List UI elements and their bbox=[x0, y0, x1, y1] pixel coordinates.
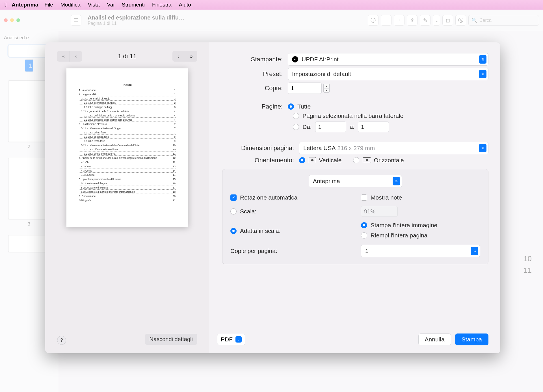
pages-range-radio[interactable] bbox=[293, 124, 299, 130]
copies-label: Copie: bbox=[217, 85, 288, 92]
landscape-label: Orizzontale bbox=[374, 157, 404, 164]
toc-line: 2.1 La generalità di Jingju2 bbox=[79, 97, 176, 101]
toc-line: 2. La generalità2 bbox=[79, 93, 176, 96]
pdf-label: PDF bbox=[221, 336, 233, 343]
toc-line: 3. La diffusione all'estero7 bbox=[79, 123, 176, 126]
copies-per-page-select[interactable]: 1 ⇅ bbox=[361, 245, 480, 257]
toc-line: 3.2.1 La diffusione in Medioevo10 bbox=[79, 148, 176, 151]
copies-per-page-value: 1 bbox=[365, 248, 369, 254]
menu-window[interactable]: Finestra bbox=[152, 2, 172, 8]
toc-line: 5.2 L'ostacolo di cultura17 bbox=[79, 186, 176, 190]
toc-line: 1. Introduzione1 bbox=[79, 89, 176, 92]
help-button[interactable]: ? bbox=[57, 336, 66, 345]
menu-view[interactable]: Vista bbox=[88, 2, 100, 8]
toc-line: 2.1.2 Lo sviluppo di Jingju3 bbox=[79, 106, 176, 109]
auto-rotate-label: Rotazione automatica bbox=[240, 194, 297, 201]
apple-menu-icon[interactable]:  bbox=[5, 2, 7, 8]
paper-size-select[interactable]: Lettera USA 216 x 279 mm ⇅ bbox=[299, 142, 488, 154]
menu-edit[interactable]: Modifica bbox=[60, 2, 81, 8]
pages-selected-label: Pagina selezionata nella barra laterale bbox=[302, 112, 403, 119]
portrait-radio[interactable] bbox=[299, 157, 305, 163]
toc-line: 4.1 Chi12 bbox=[79, 161, 176, 164]
toc-line: 4.3 Come14 bbox=[79, 169, 176, 173]
scale-label: Scala: bbox=[240, 208, 256, 215]
toc-line: 5.1 L'ostacolo di lingua16 bbox=[79, 182, 176, 185]
chevron-updown-icon: ⇅ bbox=[479, 144, 486, 152]
from-input[interactable] bbox=[315, 122, 346, 132]
paper-size-dims: 216 x 279 mm bbox=[337, 145, 375, 151]
to-label: a: bbox=[350, 124, 355, 130]
copies-stepper[interactable]: ▲ ▼ bbox=[323, 84, 330, 93]
toc-line: 3.2 La diffusione all'estero della Comme… bbox=[79, 144, 176, 147]
menubar[interactable]:  Anteprima File Modifica Vista Vai Stru… bbox=[0, 0, 543, 10]
print-options-pane: Stampante: ~ UPDF AirPrint ⇅ Preset: Imp… bbox=[209, 42, 500, 353]
pdf-menu-button[interactable]: PDF ⌄ bbox=[217, 334, 245, 345]
preset-select[interactable]: Impostazioni di default ⇅ bbox=[288, 68, 488, 80]
toc-line: 2.2.1 La definizione della Commedia dell… bbox=[79, 114, 176, 118]
next-page-icon[interactable]: › bbox=[172, 51, 185, 62]
fill-paper-radio[interactable] bbox=[361, 232, 367, 239]
auto-rotate-checkbox[interactable]: ✓ bbox=[230, 194, 237, 201]
pages-all-radio[interactable] bbox=[288, 103, 294, 110]
show-notes-label: Mostra note bbox=[371, 194, 402, 201]
toc-line: 5. I problemi principali nella diffusion… bbox=[79, 178, 176, 181]
scale-radio[interactable] bbox=[230, 208, 237, 215]
app-options-panel: Anteprima ⇅ ✓ Rotazione automatica Mostr… bbox=[222, 169, 488, 264]
copies-per-page-label: Copie per pagina: bbox=[230, 248, 277, 254]
paper-size-name: Lettera USA bbox=[303, 145, 336, 151]
toc-title: Indice bbox=[79, 83, 176, 86]
printer-value: UPDF AirPrint bbox=[302, 56, 339, 63]
toc-line: 6. Conclusione20 bbox=[79, 195, 176, 198]
chevron-down-icon: ⌄ bbox=[235, 336, 242, 343]
hide-details-button[interactable]: Nascondi dettagli bbox=[145, 334, 197, 345]
printer-label: Stampante: bbox=[217, 56, 288, 63]
prev-page-icon[interactable]: ‹ bbox=[70, 51, 82, 62]
stepper-up-icon[interactable]: ▲ bbox=[323, 84, 330, 88]
pages-selected-radio[interactable] bbox=[293, 113, 299, 119]
toc-line: 3.1.1 La prima fase7 bbox=[79, 131, 176, 135]
portrait-label: Verticale bbox=[319, 157, 342, 164]
toc-line: 2.2 La generalità della Commedia dell'Ar… bbox=[79, 110, 176, 113]
toc-line: Bibliografia22 bbox=[79, 199, 176, 202]
app-options-select[interactable]: Anteprima ⇅ bbox=[309, 175, 402, 187]
orientation-label: Orientamento: bbox=[217, 157, 299, 164]
preset-label: Preset: bbox=[217, 70, 288, 78]
printer-select[interactable]: ~ UPDF AirPrint ⇅ bbox=[288, 53, 488, 66]
scale-to-fit-radio[interactable] bbox=[230, 228, 237, 234]
chevron-updown-icon: ⇅ bbox=[471, 247, 478, 255]
pages-all-label: Tutte bbox=[297, 103, 311, 110]
print-preview-pane: « ‹ 1 di 11 › » Indice 1. Introduzione12… bbox=[45, 42, 209, 353]
toc-line: 5.3 L'ostacolo di aprire il mercato inte… bbox=[79, 190, 176, 194]
menu-file[interactable]: File bbox=[44, 2, 53, 8]
menu-go[interactable]: Vai bbox=[107, 2, 114, 8]
show-notes-checkbox[interactable] bbox=[361, 194, 367, 201]
app-menu[interactable]: Anteprima bbox=[12, 2, 38, 8]
toc-line: 4.4 L'Effetto14 bbox=[79, 174, 176, 177]
landscape-radio[interactable] bbox=[353, 157, 359, 163]
scale-input[interactable] bbox=[361, 206, 398, 217]
to-input[interactable] bbox=[358, 122, 389, 132]
menu-tools[interactable]: Strumenti bbox=[122, 2, 145, 8]
chevron-updown-icon: ⇅ bbox=[479, 55, 486, 64]
toc-line: 4.2 Cosa13 bbox=[79, 165, 176, 168]
toc-line: 3.1 La diffusione all'estero di Jingju7 bbox=[79, 127, 176, 130]
page-indicator: 1 di 11 bbox=[118, 53, 137, 60]
first-page-icon[interactable]: « bbox=[57, 51, 70, 62]
menu-help[interactable]: Aiuto bbox=[179, 2, 191, 8]
portrait-icon bbox=[309, 157, 316, 163]
toc-line: 3.1.3 La terza fase9 bbox=[79, 140, 176, 143]
cancel-button[interactable]: Annulla bbox=[418, 333, 451, 345]
toc-line: 3.1.2 La seconda fase8 bbox=[79, 135, 176, 139]
toc-line: 2.2.2 Lo sviluppo della Commedia dell'Ar… bbox=[79, 118, 176, 122]
last-page-icon[interactable]: » bbox=[185, 51, 197, 62]
copies-input[interactable] bbox=[288, 83, 322, 94]
print-entire-label: Stampa l'intera immagine bbox=[371, 222, 437, 229]
paper-size-label: Dimensioni pagina: bbox=[217, 144, 299, 152]
fill-paper-label: Riempi l'intera pagina bbox=[371, 232, 427, 239]
print-preview-sheet: Indice 1. Introduzione12. La generalità2… bbox=[66, 68, 188, 227]
stepper-down-icon[interactable]: ▼ bbox=[323, 88, 330, 93]
chevron-updown-icon: ⇅ bbox=[393, 177, 400, 185]
print-entire-radio[interactable] bbox=[361, 222, 367, 228]
from-label: Da: bbox=[302, 124, 312, 130]
print-button[interactable]: Stampa bbox=[455, 333, 488, 345]
